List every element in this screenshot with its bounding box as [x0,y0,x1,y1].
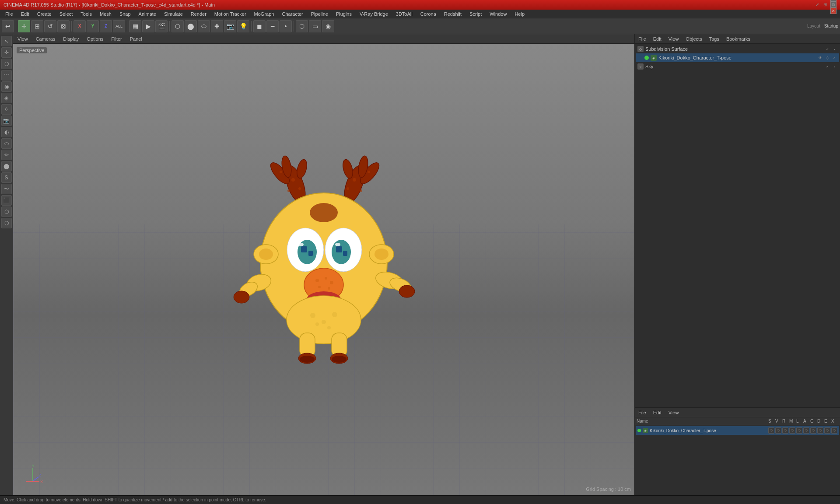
sidebar-deform[interactable]: ◊ [1,104,12,115]
toolbar-add-camera[interactable]: 📷 [224,20,236,32]
menu-tools[interactable]: Tools [77,10,95,18]
viewport-cameras-menu[interactable]: Cameras [33,36,58,42]
sidebar-select[interactable]: ↖ [1,36,12,46]
sidebar-sculpt[interactable]: ⬤ [1,161,12,172]
viewport-maximize-icon[interactable]: ⤢ [814,1,821,8]
object-row-sky[interactable]: ○ Sky ✓ • [636,62,839,71]
sky-flag-dot[interactable]: • [831,63,837,70]
attr-flag4[interactable]: ⬡ [789,427,795,434]
viewport-filter-menu[interactable]: Filter [108,36,124,42]
toolbar-texture[interactable]: ⬡ [296,20,308,32]
sidebar-camera[interactable]: 📷 [1,116,12,126]
menu-mesh[interactable]: Mesh [96,10,115,18]
attr-row-kikoriki[interactable]: ◈ Kikoriki_Dokko_Character_T-pose ⬡ ⬡ ⬡ … [636,426,839,435]
menu-redshift[interactable]: Redshift [441,10,465,18]
menu-motion-tracker[interactable]: Motion Tracker [211,10,250,18]
close-button[interactable]: ✕ [830,8,836,14]
sidebar-move[interactable]: ✛ [1,47,12,58]
sidebar-uv[interactable]: ⬡ [1,206,12,217]
toolbar-z-axis[interactable]: Z [100,20,112,32]
kikoriki-flag-eye[interactable]: 👁 [817,55,823,61]
menu-3dtoall[interactable]: 3DToAll [392,10,416,18]
toolbar-poly-mode[interactable]: ◼ [253,20,266,32]
toolbar-move[interactable]: ✛ [18,20,30,32]
menu-edit[interactable]: Edit [18,10,33,18]
viewport-view-menu[interactable]: View [15,36,31,42]
om-bookmarks-menu[interactable]: Bookmarks [724,36,752,42]
toolbar-add-light[interactable]: 💡 [237,20,249,32]
toolbar-rotate[interactable]: ↺ [44,20,56,32]
sidebar-tag[interactable]: ⬡ [1,218,12,228]
sidebar-gen[interactable]: ◈ [1,93,12,103]
menu-animate[interactable]: Animate [135,10,160,18]
menu-plugins[interactable]: Plugins [332,10,355,18]
viewport-split-icon[interactable]: ⊞ [822,1,829,8]
om-file-menu[interactable]: File [637,36,648,42]
toolbar-floor[interactable]: ▭ [309,20,321,32]
om-objects-menu[interactable]: Objects [684,36,704,42]
om-view-menu[interactable]: View [667,36,681,42]
sidebar-spline[interactable]: 〰 [1,70,12,80]
am-file-menu[interactable]: File [637,410,648,416]
attr-flag6[interactable]: ⬡ [803,427,809,434]
attr-flag5[interactable]: ⬡ [796,427,802,434]
attr-flag8[interactable]: ⬡ [817,427,823,434]
toolbar-x-axis[interactable]: X [74,20,86,32]
menu-mograph[interactable]: MoGraph [251,10,278,18]
viewport-panel-menu[interactable]: Panel [127,36,145,42]
menu-pipeline[interactable]: Pipeline [308,10,332,18]
menu-corona[interactable]: Corona [417,10,440,18]
menu-file[interactable]: File [2,10,17,18]
menu-window[interactable]: Window [486,10,510,18]
am-edit-menu[interactable]: Edit [651,410,663,416]
toolbar-add-cylinder[interactable]: ⬭ [198,20,210,32]
toolbar-undo[interactable]: ↩ [2,20,14,32]
flag-check[interactable]: ✓ [824,46,830,52]
menu-snap[interactable]: Snap [116,10,134,18]
toolbar-y-axis[interactable]: Y [87,20,99,32]
toolbar-edge-mode[interactable]: ━ [266,20,279,32]
sidebar-nurbs[interactable]: ◉ [1,81,12,92]
attr-flag7[interactable]: ⬡ [810,427,816,434]
toolbar-add-sphere[interactable]: ⬤ [185,20,197,32]
object-row-subdivision[interactable]: ◇ Subdivision Surface ✓ • [636,45,839,53]
om-tags-menu[interactable]: Tags [707,36,721,42]
flag-dot[interactable]: • [831,46,837,52]
attr-flag2[interactable]: ⬡ [775,427,781,434]
toolbar-add-cube[interactable]: ⬡ [172,20,184,32]
kikoriki-flag-render[interactable]: ⬡ [824,55,830,61]
toolbar-scale[interactable]: ⊞ [31,20,43,32]
sidebar-hair[interactable]: 〜 [1,184,12,194]
object-row-kikoriki[interactable]: ◈ Kikoriki_Dokko_Character_T-pose 👁 ⬡ ✓ [636,53,839,62]
attr-flag3[interactable]: ⬡ [782,427,788,434]
menu-character[interactable]: Character [278,10,306,18]
menu-help[interactable]: Help [511,10,528,18]
sidebar-paint[interactable]: S [1,172,12,183]
sky-flag-check[interactable]: ✓ [824,63,830,70]
sidebar-scene[interactable]: ⬭ [1,138,12,149]
attr-flag10[interactable]: ⬡ [831,427,837,434]
toolbar-render-view[interactable]: ▶ [142,20,154,32]
viewport-canvas[interactable]: Perspective [13,44,634,495]
menu-simulate[interactable]: Simulate [161,10,186,18]
sidebar-light[interactable]: ◐ [1,127,12,137]
sidebar-poly[interactable]: ⬛ [1,195,12,206]
toolbar-render-picture[interactable]: 🎬 [155,20,168,32]
kikoriki-flag-check[interactable]: ✓ [831,55,837,61]
sidebar-pen[interactable]: ✏ [1,150,12,160]
om-edit-menu[interactable]: Edit [651,36,663,42]
toolbar-point-mode[interactable]: • [280,20,292,32]
menu-select[interactable]: Select [56,10,77,18]
menu-script[interactable]: Script [466,10,485,18]
toolbar-all-axes[interactable]: ALL [113,20,125,32]
attr-flag9[interactable]: ⬡ [824,427,830,434]
viewport-options-menu[interactable]: Options [84,36,106,42]
am-view-menu[interactable]: View [667,410,681,416]
attr-flag1[interactable]: ⬡ [768,427,774,434]
menu-v-ray-bridge[interactable]: V-Ray Bridge [356,10,392,18]
sidebar-cube[interactable]: ⬡ [1,59,12,69]
toolbar-transform[interactable]: ⊠ [57,20,70,32]
viewport-display-menu[interactable]: Display [60,36,81,42]
toolbar-render-region[interactable]: ▦ [129,20,141,32]
menu-create[interactable]: Create [34,10,55,18]
